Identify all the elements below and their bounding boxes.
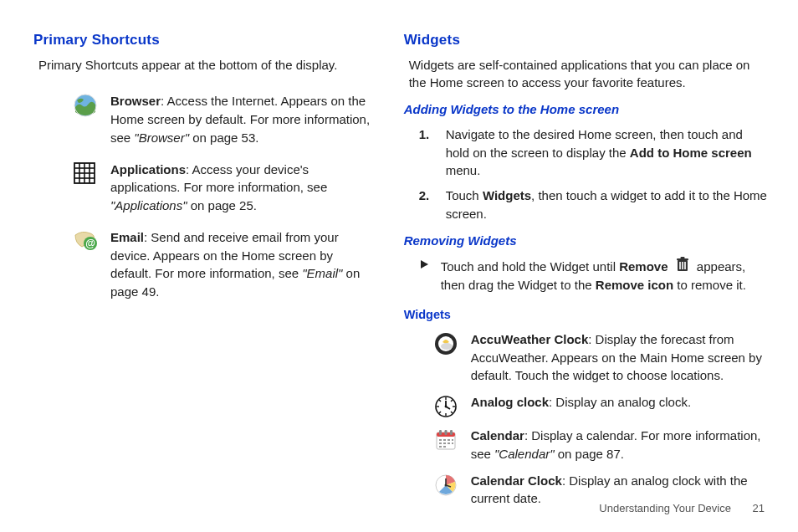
svg-rect-36 [444,430,447,435]
svg-rect-35 [439,430,442,435]
trash-icon [675,256,690,273]
widgets-intro: Widgets are self-contained applications … [409,56,768,93]
footer-page-number: 21 [753,501,765,517]
primary-shortcuts-intro: Primary Shortcuts appear at the bottom o… [38,56,377,74]
step-1: 1. Navigate to the desired Home screen, … [419,125,768,180]
calendar-icon [434,428,459,452]
svg-rect-38 [439,439,442,441]
shortcut-browser-text: Browser: Access the Internet. Appears on… [110,92,377,146]
widget-accuweather-text: AccuWeather Clock: Display the forecast … [471,330,768,385]
shortcut-email: @ Email: Send and receive email from you… [74,228,377,301]
widget-analog-clock-text: Analog clock: Display an analog clock. [471,393,768,412]
footer-section: Understanding Your Device [599,502,731,514]
svg-rect-39 [443,439,446,441]
heading-widgets: Widgets [404,30,768,51]
widget-accuweather: AccuWeather Clock: Display the forecast … [434,330,768,385]
widget-analog-clock: Analog clock: Display an analog clock. [434,393,768,418]
globe-icon [74,94,99,117]
analog-clock-icon [434,395,459,418]
triangle-bullet-icon [419,259,429,294]
step-2: 2. Touch Widgets, then touch a widget to… [419,187,768,223]
calendar-clock-icon [434,473,459,497]
widget-calendar-text: Calendar: Display a calendar. For more i… [471,427,768,463]
page-footer: Understanding Your Device 21 [599,501,765,517]
svg-rect-46 [439,446,442,448]
shortcut-email-text: Email: Send and receive email from your … [110,228,377,301]
svg-rect-14 [682,262,683,269]
svg-rect-41 [452,439,453,441]
svg-rect-15 [684,262,686,269]
svg-rect-45 [452,442,453,444]
svg-rect-13 [679,262,681,269]
left-column: Primary Shortcuts Primary Shortcuts appe… [33,30,377,516]
svg-point-20 [441,343,453,350]
right-column: Widgets Widgets are self-contained appli… [404,30,768,516]
svg-rect-44 [448,442,450,444]
svg-rect-43 [443,442,446,444]
email-icon: @ [74,230,99,252]
svg-rect-42 [439,442,442,444]
heading-widgets-list: Widgets [404,306,768,324]
svg-rect-47 [443,446,446,448]
svg-rect-40 [448,439,450,441]
adding-widgets-steps: 1. Navigate to the desired Home screen, … [419,125,768,223]
heading-removing-widgets: Removing Widgets [404,232,768,250]
widget-calendar: Calendar: Display a calendar. For more i… [434,427,768,463]
svg-rect-17 [680,257,684,259]
shortcut-applications-text: Applications: Access your device's appli… [110,161,377,215]
svg-rect-37 [450,430,453,435]
shortcut-applications: Applications: Access your device's appli… [74,161,377,215]
grid-icon [74,162,99,184]
shortcut-browser: Browser: Access the Internet. Appears on… [74,92,377,146]
removing-widgets-item: Touch and hold the Widget until Remove a… [419,256,768,294]
weather-clock-icon [434,332,459,356]
svg-point-51 [444,483,447,486]
heading-adding-widgets: Adding Widgets to the Home screen [404,100,768,119]
svg-text:@: @ [85,238,95,249]
heading-primary-shortcuts: Primary Shortcuts [33,30,377,51]
svg-marker-11 [421,260,428,269]
svg-point-32 [444,406,447,408]
